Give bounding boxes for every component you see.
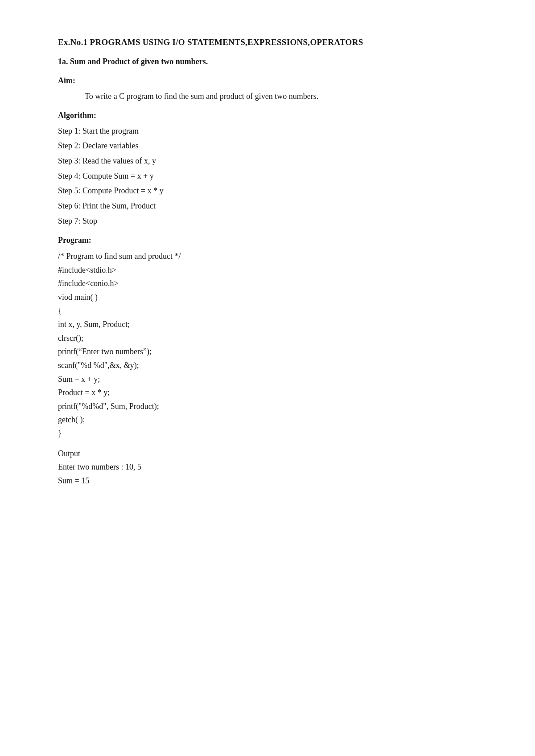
step-4: Step 4: Compute Sum = x + y	[58, 170, 490, 183]
subtitle: 1a. Sum and Product of given two numbers…	[58, 55, 490, 68]
code-line-8: scanf("%d %d",&x, &y);	[58, 359, 490, 372]
code-line-5: int x, y, Sum, Product;	[58, 318, 490, 331]
code-line-1: #include<stdio.h>	[58, 263, 490, 277]
algorithm-label: Algorithm:	[58, 109, 490, 122]
algorithm-steps: Step 1: Start the program Step 2: Declar…	[58, 125, 490, 228]
code-line-6: clrscr();	[58, 331, 490, 345]
step-6: Step 6: Print the Sum, Product	[58, 200, 490, 213]
code-line-13: }	[58, 427, 490, 441]
aim-label: Aim:	[58, 74, 490, 87]
code-line-12: getch( );	[58, 413, 490, 427]
step-2: Step 2: Declare variables	[58, 139, 490, 153]
code-line-3: viod main( )	[58, 290, 490, 304]
code-line-7: printf(“Enter two numbers”);	[58, 345, 490, 359]
output-label: Output	[58, 447, 490, 461]
page-container: Ex.No.1 PROGRAMS USING I/O STATEMENTS,EX…	[58, 36, 490, 487]
step-3: Step 3: Read the values of x, y	[58, 155, 490, 168]
code-line-9: Sum = x + y;	[58, 372, 490, 386]
program-label: Program:	[58, 234, 490, 247]
code-line-10: Product = x * y;	[58, 386, 490, 400]
code-line-4: {	[58, 304, 490, 318]
step-1: Step 1: Start the program	[58, 125, 490, 138]
code-line-0: /* Program to find sum and product */	[58, 249, 490, 263]
code-block: /* Program to find sum and product */ #i…	[58, 249, 490, 440]
code-line-2: #include<conio.h>	[58, 277, 490, 290]
code-line-11: printf("%d%d", Sum, Product);	[58, 400, 490, 413]
main-title: Ex.No.1 PROGRAMS USING I/O STATEMENTS,EX…	[58, 36, 490, 49]
output-line-1: Sum = 15	[58, 474, 490, 488]
output-line-0: Enter two numbers : 10, 5	[58, 460, 490, 474]
output-section: Output Enter two numbers : 10, 5 Sum = 1…	[58, 447, 490, 488]
aim-text: To write a C program to find the sum and…	[85, 90, 490, 103]
step-5: Step 5: Compute Product = x * y	[58, 184, 490, 198]
step-7: Step 7: Stop	[58, 215, 490, 228]
